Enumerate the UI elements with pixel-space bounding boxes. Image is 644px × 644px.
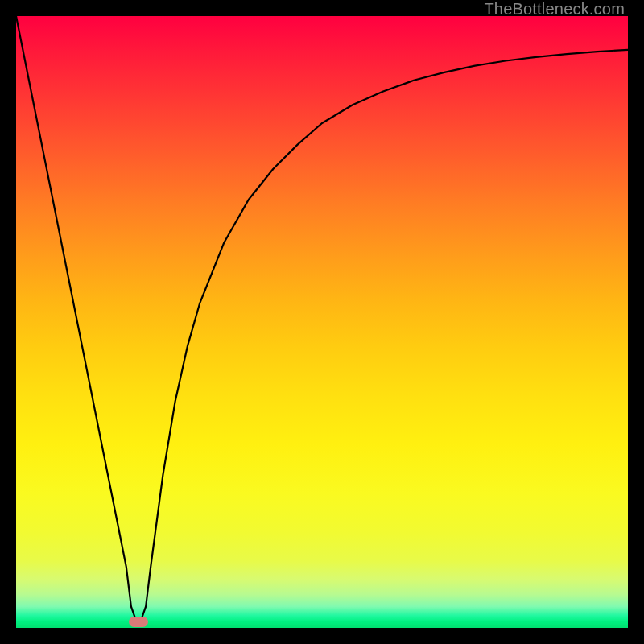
bottleneck-curve [16, 16, 628, 628]
watermark-text: TheBottleneck.com [484, 0, 625, 19]
optimal-point-marker [129, 617, 148, 627]
chart-frame: TheBottleneck.com [0, 0, 644, 644]
